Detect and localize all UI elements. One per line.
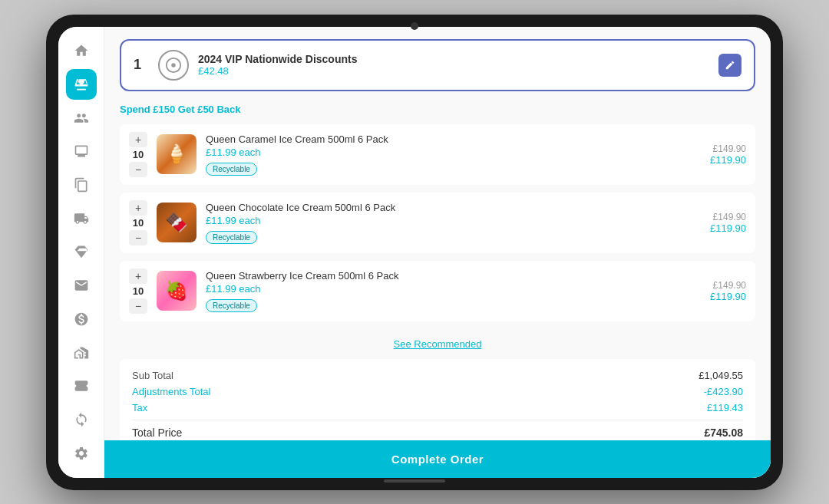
sidebar-item-people[interactable] [66,103,97,133]
edit-button[interactable] [718,54,741,77]
product-price-1: £11.99 each [206,215,675,226]
product-image-0: 🍦 [157,134,197,174]
qty-increase-2[interactable]: + [129,268,147,284]
promo-banner: Spend £150 Get £50 Back [120,104,755,115]
total-price-value: £745.08 [704,427,743,439]
subtotal-row: Sub Total £1,049.55 [132,370,743,381]
product-details-1: Queen Chocolate Ice Cream 500ml 6 Pack £… [206,202,675,244]
products-list: + 10 − 🍦 Queen Caramel Ice Cream 500ml 6… [120,124,755,321]
qty-decrease-0[interactable]: − [129,162,147,177]
sidebar-item-mail[interactable] [66,270,97,301]
product-pricing-1: £149.90 £119.90 [685,212,746,234]
order-title: 2024 VIP Nationwide Discounts [198,53,709,65]
original-price-0: £149.90 [685,143,746,154]
sidebar-item-scale[interactable] [66,237,97,268]
product-name-0: Queen Caramel Ice Cream 500ml 6 Pack [206,133,675,145]
product-row-1: + 10 − 🍫 Queen Chocolate Ice Cream 500ml… [120,193,755,253]
order-number: 1 [134,57,149,73]
qty-decrease-1[interactable]: − [129,230,147,245]
discounted-price-1: £119.90 [685,222,746,234]
sidebar-item-clipboard[interactable] [66,170,97,200]
order-price: £42.48 [198,65,709,77]
qty-increase-0[interactable]: + [129,132,147,147]
adjustments-label: Adjustments Total [132,386,210,397]
recyclable-badge-0: Recyclable [206,163,257,176]
product-details-2: Queen Strawberry Ice Cream 500ml 6 Pack … [206,270,675,312]
product-name-2: Queen Strawberry Ice Cream 500ml 6 Pack [206,270,675,282]
subtotal-label: Sub Total [132,370,173,381]
tax-row: Tax £119.43 [132,402,743,413]
qty-value-2: 10 [129,285,147,297]
product-image-2: 🍓 [157,271,197,311]
tax-label: Tax [132,402,147,413]
product-image-1: 🍫 [157,203,197,242]
total-divider [132,420,743,420]
qty-decrease-2[interactable]: − [129,298,147,314]
sidebar-item-ticket[interactable] [66,371,97,401]
product-pricing-0: £149.90 £119.90 [685,143,746,166]
recyclable-badge-2: Recyclable [206,299,257,312]
qty-control-2: + 10 − [129,268,147,314]
total-price-label: Total Price [132,427,182,439]
product-row-0: + 10 − 🍦 Queen Caramel Ice Cream 500ml 6… [120,124,755,185]
order-icon [158,50,189,81]
qty-control-1: + 10 − [129,200,147,245]
product-row-2: + 10 − 🍓 Queen Strawberry Ice Cream 500m… [120,261,755,321]
qty-value-0: 10 [129,149,147,160]
qty-increase-1[interactable]: + [129,200,147,216]
qty-value-1: 10 [129,217,147,229]
svg-point-1 [171,63,176,68]
sidebar-item-dollar[interactable] [66,304,97,334]
device-frame: 1 2024 VIP Nationwide Discounts £42.48 S… [46,15,783,490]
qty-control-0: + 10 − [129,132,147,177]
adjustments-value: -£423.90 [704,386,743,397]
complete-order-button[interactable]: Complete Order [104,440,771,478]
see-recommended-link[interactable]: See Recommended [120,329,755,359]
adjustments-row: Adjustments Total -£423.90 [132,386,743,397]
grand-total-row: Total Price £745.08 [132,427,743,439]
screen: 1 2024 VIP Nationwide Discounts £42.48 S… [58,27,771,478]
original-price-2: £149.90 [685,280,746,291]
sidebar [58,27,104,478]
product-name-1: Queen Chocolate Ice Cream 500ml 6 Pack [206,202,675,213]
product-pricing-2: £149.90 £119.90 [685,280,746,302]
sidebar-item-settings[interactable] [66,438,97,469]
totals-section: Sub Total £1,049.55 Adjustments Total -£… [120,359,755,440]
product-price-2: £11.99 each [206,283,675,295]
product-details-0: Queen Caramel Ice Cream 500ml 6 Pack £11… [206,133,675,176]
product-price-0: £11.99 each [206,147,675,158]
sidebar-item-home[interactable] [66,36,97,67]
sidebar-item-truck[interactable] [66,203,97,234]
content-area: 1 2024 VIP Nationwide Discounts £42.48 S… [104,27,771,440]
tax-value: £119.43 [707,402,743,413]
discounted-price-2: £119.90 [685,291,746,302]
order-header-card: 1 2024 VIP Nationwide Discounts £42.48 [120,39,755,91]
sidebar-item-monitor[interactable] [66,137,97,167]
sidebar-item-building[interactable] [66,338,97,368]
sidebar-item-sync[interactable] [66,404,97,435]
recyclable-badge-1: Recyclable [206,231,257,244]
order-info: 2024 VIP Nationwide Discounts £42.48 [198,53,709,77]
original-price-1: £149.90 [685,212,746,222]
sidebar-item-shop[interactable] [66,69,97,100]
subtotal-value: £1,049.55 [699,370,743,381]
discounted-price-0: £119.90 [685,154,746,166]
main-content: 1 2024 VIP Nationwide Discounts £42.48 S… [104,27,771,478]
